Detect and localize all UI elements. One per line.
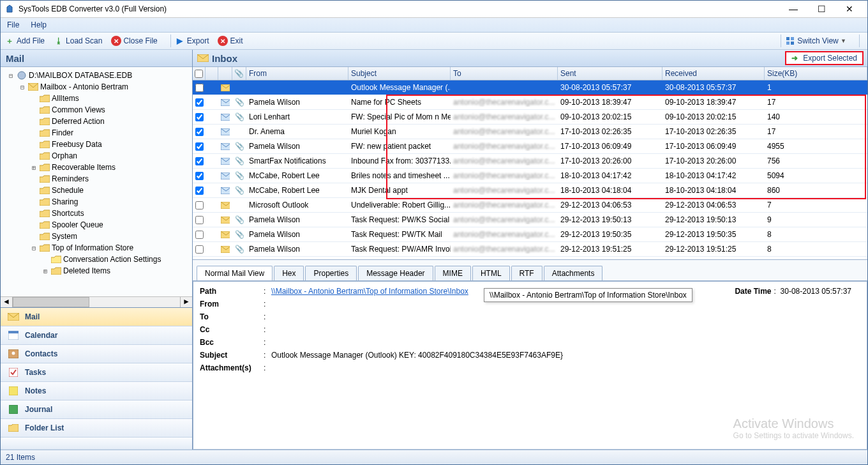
tree-item[interactable]: Schedule	[1, 185, 192, 196]
plus-icon: ＋	[4, 36, 15, 46]
svg-rect-8	[8, 331, 19, 333]
table-row[interactable]: 📎Pamela WilsonFW: new patient packetanto…	[193, 139, 867, 154]
tree-item[interactable]: ⊟D:\MAILBOX DATABASE.EDB	[1, 70, 192, 81]
minimize-button[interactable]: —	[779, 2, 807, 16]
table-row[interactable]: 📎McCabe, Robert LeeBriles notes and time…	[193, 169, 867, 183]
close-button[interactable]: ✕	[835, 2, 864, 16]
grid-header: 📎 From Subject To Sent Received Size(KB)	[193, 67, 867, 80]
detail-tabs: Normal Mail View Hex Properties Message …	[193, 260, 867, 281]
tab-normal[interactable]: Normal Mail View	[197, 266, 273, 280]
tree-item[interactable]: Sharing	[1, 196, 192, 208]
tree-item[interactable]: Common Views	[1, 104, 192, 116]
tree-item[interactable]: ⊞Recoverable Items	[1, 162, 192, 173]
exit-button[interactable]: ✕Exit	[218, 36, 243, 46]
tree-item[interactable]: ⊞Deleted Items	[1, 265, 192, 277]
tab-attachments[interactable]: Attachments	[544, 266, 603, 280]
tree-item[interactable]: Deferred Action	[1, 116, 192, 127]
exit-icon: ✕	[218, 36, 228, 46]
nav-tasks[interactable]: Tasks	[1, 363, 192, 382]
col-subject[interactable]: Subject	[348, 67, 451, 80]
close-file-icon: ✕	[111, 36, 121, 46]
col-from[interactable]: From	[246, 67, 348, 80]
nav-notes[interactable]: Notes	[1, 382, 192, 400]
nav-mail[interactable]: Mail	[1, 308, 192, 326]
nav-journal[interactable]: Journal	[1, 400, 192, 419]
tree-item[interactable]: Finder	[1, 127, 192, 139]
tree-item[interactable]: AllItems	[1, 93, 192, 104]
mail-icon	[7, 312, 20, 322]
windows-watermark: Activate Windows Go to Settings to activ…	[733, 416, 854, 440]
svg-rect-12	[9, 386, 18, 395]
toolbar: ＋Add File ⭳Load Scan ✕Close File ▶Export…	[1, 33, 867, 50]
export-icon: ▶	[175, 36, 185, 46]
table-row[interactable]: Outlook Message Manager (...30-08-2013 0…	[193, 80, 867, 95]
path-tooltip: \\Mailbox - Antonio Bertram\Top of Infor…	[484, 288, 692, 302]
col-received[interactable]: Received	[662, 67, 765, 80]
menu-help[interactable]: Help	[31, 20, 47, 29]
tab-message-header[interactable]: Message Header	[358, 266, 433, 280]
nav-calendar[interactable]: Calendar	[1, 326, 192, 345]
load-scan-button[interactable]: ⭳Load Scan	[54, 36, 102, 46]
col-sent[interactable]: Sent	[558, 67, 662, 80]
tab-mime[interactable]: MIME	[435, 266, 471, 280]
nav-folder-list[interactable]: Folder List	[1, 419, 192, 438]
svg-point-4	[18, 72, 26, 79]
sidebar-header: Mail	[1, 50, 192, 67]
table-row[interactable]: Microsoft OutlookUndeliverable: Robert G…	[193, 198, 867, 213]
tree-item[interactable]: Freebusy Data	[1, 139, 192, 150]
detail-body: Path: \\Mailbox - Antonio Bertram\Top of…	[193, 281, 867, 450]
folder-icon	[7, 423, 20, 433]
col-flag[interactable]	[206, 67, 218, 80]
tree-item[interactable]: ⊟Mailbox - Antonio Bertram	[1, 81, 192, 93]
switch-view-button[interactable]: Switch View ▼	[785, 36, 846, 46]
tree-item[interactable]: System	[1, 231, 192, 242]
col-size[interactable]: Size(KB)	[765, 67, 867, 80]
table-row[interactable]: 📎SmartFax NotificationsInbound Fax from:…	[193, 154, 867, 169]
tab-hex[interactable]: Hex	[274, 266, 304, 280]
tree-item[interactable]: Shortcuts	[1, 208, 192, 219]
table-row[interactable]: 📎Pamela WilsonName for PC Sheetsantonio@…	[193, 95, 867, 110]
svg-rect-2	[786, 42, 789, 45]
maximize-button[interactable]: ☐	[807, 2, 835, 16]
tab-html[interactable]: HTML	[472, 266, 510, 280]
svg-rect-13	[9, 405, 18, 414]
table-row[interactable]: 📎Pamela WilsonTask Request: PW/AMR Invoi…	[193, 242, 867, 257]
table-row[interactable]: 📎Pamela WilsonTask Request: PW/TK Mailan…	[193, 227, 867, 242]
folder-title: Inbox	[212, 53, 785, 64]
export-selected-button[interactable]: ➜Export Selected	[785, 51, 864, 65]
table-row[interactable]: 📎McCabe, Robert LeeMJK Dental apptantoni…	[193, 183, 867, 198]
folder-tree[interactable]: ⊟D:\MAILBOX DATABASE.EDB⊟Mailbox - Anton…	[1, 67, 192, 296]
close-file-button[interactable]: ✕Close File	[111, 36, 157, 46]
contacts-icon	[7, 349, 20, 359]
path-label: Path	[200, 287, 264, 296]
tree-item[interactable]: Reminders	[1, 173, 192, 185]
svg-rect-1	[791, 37, 794, 40]
main-header: Inbox ➜Export Selected	[193, 50, 867, 67]
titlebar: SysTools EDB Converter v3.0 (Full Versio…	[1, 1, 867, 18]
nav-contacts[interactable]: Contacts	[1, 345, 192, 363]
col-env[interactable]	[218, 67, 232, 80]
grid-body[interactable]: Outlook Message Manager (...30-08-2013 0…	[193, 80, 867, 260]
tree-item[interactable]: Spooler Queue	[1, 219, 192, 231]
menu-file[interactable]: File	[7, 20, 19, 29]
table-row[interactable]: 📎Pamela WilsonTask Request: PW/KS Social…	[193, 213, 867, 227]
col-attachment[interactable]: 📎	[232, 67, 246, 80]
inbox-icon	[197, 54, 209, 62]
status-item-count: 21 Items	[6, 453, 35, 462]
tab-properties[interactable]: Properties	[305, 266, 357, 280]
app-icon	[4, 4, 15, 14]
export-button[interactable]: ▶Export	[175, 36, 209, 46]
calendar-icon	[7, 330, 20, 340]
table-row[interactable]: 📎Lori LenhartFW: Special Pic of Mom n Me…	[193, 110, 867, 125]
tree-item[interactable]: ⊟Top of Information Store	[1, 242, 192, 254]
bcc-value	[271, 338, 860, 347]
add-file-button[interactable]: ＋Add File	[4, 36, 45, 46]
tab-rtf[interactable]: RTF	[511, 266, 542, 280]
col-checkbox[interactable]	[193, 67, 206, 80]
tree-item[interactable]: Conversation Action Settings	[1, 254, 192, 265]
load-scan-icon: ⭳	[54, 36, 64, 46]
col-to[interactable]: To	[451, 67, 558, 80]
tree-item[interactable]: Orphan	[1, 150, 192, 162]
table-row[interactable]: Dr. AnemaMuriel Koganantonio@thecarenavi…	[193, 125, 867, 139]
tree-h-scrollbar[interactable]: ◄ ►	[1, 296, 192, 307]
